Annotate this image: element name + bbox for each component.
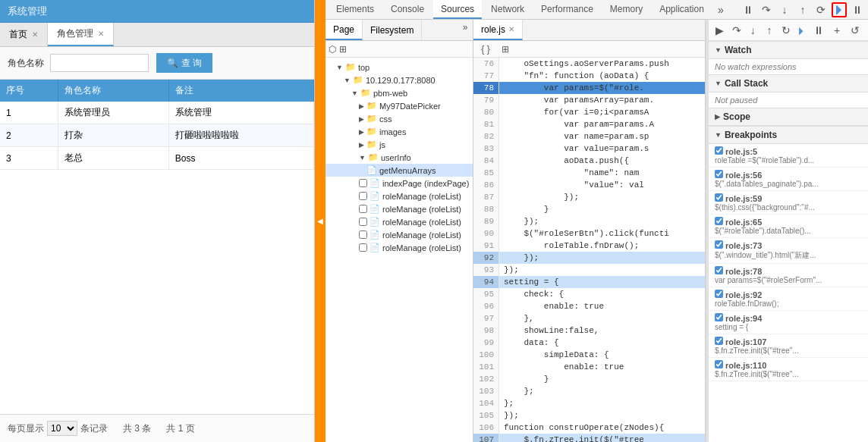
code-line[interactable]: 88 }: [473, 203, 705, 215]
code-line[interactable]: 81 var param=params.A: [473, 118, 705, 130]
breakpoint-item[interactable]: role.js:65$("#roleTable").dataTable()...: [709, 215, 868, 238]
file-tree-tab-page[interactable]: Page: [326, 20, 363, 40]
code-line[interactable]: 101 enable: true: [473, 361, 705, 373]
step-into-icon[interactable]: ↓: [777, 2, 792, 17]
code-line[interactable]: 87 });: [473, 191, 705, 203]
tab-network[interactable]: Network: [483, 0, 532, 19]
breakpoint-checkbox[interactable]: [715, 290, 723, 298]
code-line[interactable]: 82 var name=param.sp: [473, 130, 705, 143]
code-line[interactable]: 79 var paramsArray=param.: [473, 94, 705, 106]
watch-section-header[interactable]: ▼ Watch: [709, 41, 868, 59]
more-tabs-icon[interactable]: »: [713, 2, 728, 17]
tree-item[interactable]: 📄 roleManage (roleList): [326, 241, 473, 254]
pause-on-exceptions-icon[interactable]: ⏸: [850, 2, 865, 17]
tree-item[interactable]: ▼📁 10.129.0.177:8080: [326, 74, 473, 86]
page-checkbox[interactable]: [359, 218, 367, 226]
code-line[interactable]: 85 "name": nam: [473, 167, 705, 179]
resume-btn[interactable]: ▶: [713, 22, 727, 39]
code-line[interactable]: 94setting = {: [473, 276, 705, 288]
breakpoint-checkbox[interactable]: [715, 193, 723, 202]
search-input[interactable]: [50, 54, 149, 72]
step-btn[interactable]: ↻: [779, 22, 793, 39]
breakpoint-item[interactable]: role.js:5roleTable =$("#roleTable").d...: [709, 144, 868, 168]
breakpoint-item[interactable]: role.js:92roleTable.fnDraw();: [709, 287, 868, 311]
tree-item[interactable]: ▶📁 images: [326, 125, 473, 138]
tab-sources[interactable]: Sources: [433, 0, 482, 19]
breakpoint-checkbox[interactable]: [715, 266, 723, 274]
tab-home-close[interactable]: ✕: [32, 30, 38, 39]
code-line[interactable]: 78 var params=$("#role.: [473, 82, 705, 94]
tab-role-manage[interactable]: 角色管理 ✕: [48, 23, 114, 46]
scope-section-header[interactable]: ▶ Scope: [709, 108, 868, 126]
deactivate-breakpoints-icon[interactable]: ⏵: [832, 2, 847, 17]
file-tree-tab-filesystem[interactable]: Filesystem: [363, 20, 422, 40]
step-over-icon[interactable]: ↷: [759, 2, 774, 17]
tab-elements[interactable]: Elements: [329, 0, 382, 19]
tree-item[interactable]: 📄 indexPage (indexPage): [326, 177, 473, 190]
source-tab-rolejs[interactable]: role.js ✕: [473, 20, 523, 40]
code-line[interactable]: 95 check: {: [473, 288, 705, 300]
tab-console[interactable]: Console: [383, 0, 432, 19]
code-line[interactable]: 77 "fn": function (aoData) {: [473, 70, 705, 82]
breakpoint-item[interactable]: role.js:107$.fn.zTree.init($("#tree"...: [709, 334, 868, 358]
table-row[interactable]: 1系统管理员系统管理: [0, 102, 314, 124]
tree-item[interactable]: 📄 getMenuArrays: [326, 164, 473, 177]
code-line[interactable]: 92 });: [473, 252, 705, 264]
step-over-btn[interactable]: ↷: [730, 22, 744, 39]
code-line[interactable]: 98 showLine:false,: [473, 324, 705, 337]
tree-item[interactable]: 📄 roleManage (roleList): [326, 202, 473, 215]
tab-home[interactable]: 首页 ✕: [0, 23, 48, 46]
step-out-btn[interactable]: ↑: [763, 22, 776, 39]
code-line[interactable]: 80 for(var i=0;i<paramsA: [473, 106, 705, 118]
tree-item[interactable]: 📄 roleManage (roleList): [326, 228, 473, 241]
page-checkbox[interactable]: [359, 243, 367, 252]
breakpoint-checkbox[interactable]: [715, 337, 723, 345]
code-line[interactable]: 103 };: [473, 385, 705, 397]
breakpoint-item[interactable]: role.js:78var params=$("#roleSerForm"...: [709, 264, 868, 287]
code-line[interactable]: 76 oSettings.aoServerParams.push: [473, 58, 705, 70]
code-line[interactable]: 91 roleTable.fnDraw();: [473, 240, 705, 252]
breakpoint-checkbox[interactable]: [715, 170, 723, 178]
file-tree-more-icon[interactable]: »: [458, 20, 473, 35]
page-checkbox[interactable]: [359, 192, 367, 200]
tree-item[interactable]: ▶📁 My97DatePicker: [326, 99, 473, 112]
breakpoint-checkbox[interactable]: [715, 313, 723, 321]
code-line[interactable]: 105});: [473, 409, 705, 422]
breakpoint-checkbox[interactable]: [715, 240, 723, 249]
tree-item[interactable]: ▶📁 js: [326, 138, 473, 151]
breakpoints-section-header[interactable]: ▼ Breakpoints: [709, 126, 868, 144]
breakpoint-checkbox[interactable]: [715, 360, 723, 368]
tree-item[interactable]: ▶📁 css: [326, 112, 473, 125]
breakpoint-item[interactable]: role.js:56$(".dataTables_paginate").pa..…: [709, 168, 868, 191]
page-checkbox[interactable]: [359, 230, 367, 239]
table-row[interactable]: 3老总Boss: [0, 147, 314, 170]
pause-exceptions-btn[interactable]: ⏸: [812, 22, 826, 39]
tree-item[interactable]: ▼📁 top: [326, 61, 473, 74]
breakpoint-item[interactable]: role.js:94setting = {: [709, 311, 868, 334]
page-checkbox[interactable]: [359, 179, 367, 187]
tree-item[interactable]: ▼📁 userInfo: [326, 151, 473, 164]
breakpoint-checkbox[interactable]: [715, 146, 723, 155]
pause-icon[interactable]: ⏸: [741, 2, 756, 17]
refresh-btn[interactable]: ↺: [847, 22, 863, 39]
tree-item[interactable]: 📄 roleManage (roleList): [326, 215, 473, 228]
new-folder-icon[interactable]: ⊞: [339, 44, 347, 55]
code-line[interactable]: 93});: [473, 264, 705, 276]
search-button[interactable]: 🔍 查 询: [156, 53, 212, 73]
tab-memory[interactable]: Memory: [602, 0, 650, 19]
callstack-section-header[interactable]: ▼ Call Stack: [709, 74, 868, 92]
tab-application[interactable]: Application: [652, 0, 712, 19]
code-line[interactable]: 96 enable: true: [473, 300, 705, 312]
code-line[interactable]: 102 }: [473, 373, 705, 385]
tree-item[interactable]: ▼📁 pbm-web: [326, 86, 473, 99]
code-line[interactable]: 89 });: [473, 215, 705, 227]
page-checkbox[interactable]: [359, 205, 367, 213]
code-line[interactable]: 99 data: {: [473, 337, 705, 349]
breakpoint-item[interactable]: role.js:59$(this).css({"background":"#..…: [709, 191, 868, 215]
code-line[interactable]: 106function construOperate(zNodes){: [473, 422, 705, 434]
format-icon[interactable]: { }: [478, 42, 493, 57]
tree-item[interactable]: 📄 roleManage (roleList): [326, 190, 473, 202]
page-size-select[interactable]: 10 20: [47, 421, 77, 436]
code-line[interactable]: 84 aoData.push({: [473, 155, 705, 167]
deactivate-btn[interactable]: ⏵: [796, 22, 810, 39]
